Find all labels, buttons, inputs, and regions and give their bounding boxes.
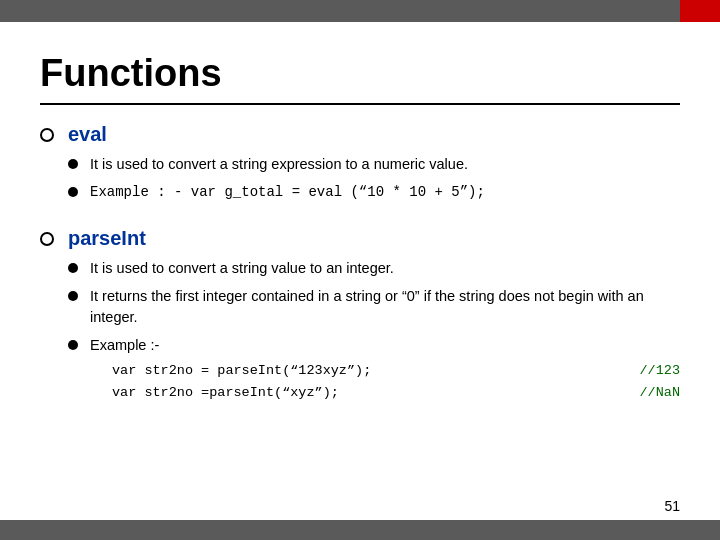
code-comment-1: //123 <box>639 361 680 381</box>
code-line-2: var str2no =parseInt(“xyz”); //NaN <box>112 383 680 403</box>
parseint-sub-list: It is used to convert a string value to … <box>68 258 680 406</box>
bullet-circle-parseint <box>40 232 54 246</box>
sub-bullet <box>68 291 78 301</box>
parseint-function-name: parseInt <box>68 227 680 250</box>
top-bar <box>0 0 720 22</box>
eval-text-1: It is used to convert a string expressio… <box>90 154 680 176</box>
sub-bullet <box>68 340 78 350</box>
eval-content: eval It is used to convert a string expr… <box>68 123 680 209</box>
parseint-example-block: Example :- var str2no = parseInt(“123xyz… <box>90 335 680 405</box>
sub-bullet <box>68 263 78 273</box>
code-comment-2: //NaN <box>639 383 680 403</box>
eval-text-2: Example : - var g_total = eval (“10 * 10… <box>90 182 680 203</box>
title-divider <box>40 103 680 105</box>
parseint-text-2: It returns the first integer contained i… <box>90 286 680 330</box>
eval-bullet-1: It is used to convert a string expressio… <box>68 154 680 176</box>
code-text-2: var str2no =parseInt(“xyz”); <box>112 383 339 403</box>
parseint-content: parseInt It is used to convert a string … <box>68 227 680 412</box>
eval-sub-list: It is used to convert a string expressio… <box>68 154 680 203</box>
code-block: var str2no = parseInt(“123xyz”); //123 v… <box>112 361 680 404</box>
code-line-1: var str2no = parseInt(“123xyz”); //123 <box>112 361 680 381</box>
bullet-circle-eval <box>40 128 54 142</box>
red-accent <box>680 0 720 22</box>
example-label: Example :- <box>90 337 159 353</box>
list-item-parseint: parseInt It is used to convert a string … <box>40 227 680 412</box>
list-item-eval: eval It is used to convert a string expr… <box>40 123 680 209</box>
parseint-text-1: It is used to convert a string value to … <box>90 258 680 280</box>
parseint-bullet-1: It is used to convert a string value to … <box>68 258 680 280</box>
eval-bullet-2: Example : - var g_total = eval (“10 * 10… <box>68 182 680 203</box>
page-number: 51 <box>664 498 680 514</box>
eval-function-name: eval <box>68 123 680 146</box>
code-text-1: var str2no = parseInt(“123xyz”); <box>112 361 371 381</box>
sub-bullet <box>68 159 78 169</box>
parseint-bullet-2: It returns the first integer contained i… <box>68 286 680 330</box>
parseint-bullet-3: Example :- var str2no = parseInt(“123xyz… <box>68 335 680 405</box>
main-content: Functions eval It is used to convert a s… <box>0 22 720 520</box>
sub-bullet <box>68 187 78 197</box>
page-title: Functions <box>40 52 680 95</box>
main-list: eval It is used to convert a string expr… <box>40 123 680 411</box>
bottom-bar <box>0 520 720 540</box>
